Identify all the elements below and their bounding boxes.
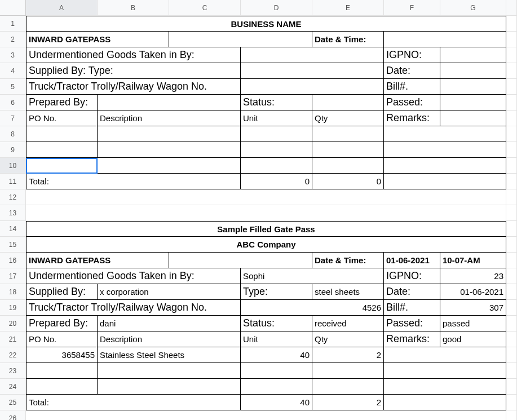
row-header-13[interactable]: 13	[0, 205, 26, 221]
cell-A20[interactable]: Prepared By:	[26, 316, 98, 331]
cell-B22[interactable]: Stainless Steel Sheets	[98, 347, 241, 363]
cell-G4[interactable]	[440, 63, 506, 79]
cell-A17[interactable]: Undermentioned Goods Taken in By:	[26, 268, 241, 284]
cell-A7[interactable]: PO No.	[26, 110, 98, 126]
row-header-17[interactable]: 17	[0, 268, 26, 284]
cell-A12[interactable]	[26, 189, 506, 205]
cell-A24[interactable]	[26, 379, 98, 395]
cell-D8[interactable]	[241, 126, 312, 142]
col-header-G[interactable]: G	[440, 0, 506, 16]
col-header-E[interactable]: E	[312, 0, 384, 16]
cell-A26[interactable]	[26, 410, 506, 420]
cell-D10[interactable]	[241, 158, 312, 174]
cell-D20[interactable]: Status:	[241, 316, 312, 331]
row-header-8[interactable]: 8	[0, 126, 26, 142]
cell-A4[interactable]: Supplied By: Type:	[26, 63, 241, 79]
cell-B21[interactable]: Description	[98, 331, 241, 347]
row-header-22[interactable]: 22	[0, 347, 26, 363]
cell-A13[interactable]	[26, 205, 506, 221]
cell-edge[interactable]	[506, 221, 517, 237]
cell-A21[interactable]: PO No.	[26, 331, 98, 347]
cell-G3[interactable]	[440, 47, 506, 63]
cell-F10[interactable]	[384, 158, 506, 174]
cell-A15[interactable]: ABC Company	[26, 237, 506, 253]
cell-edge[interactable]	[506, 16, 517, 32]
cell-edge[interactable]	[506, 32, 517, 47]
cell-F2[interactable]	[384, 32, 506, 47]
cell-B23[interactable]	[98, 363, 241, 379]
row-header-18[interactable]: 18	[0, 284, 26, 300]
cell-D23[interactable]	[241, 363, 312, 379]
cell-E10[interactable]	[312, 158, 384, 174]
row-header-16[interactable]: 16	[0, 253, 26, 268]
cell-B18[interactable]: x corporation	[98, 284, 241, 300]
cell-E23[interactable]	[312, 363, 384, 379]
row-header-21[interactable]: 21	[0, 331, 26, 347]
cell-D17[interactable]: Sophi	[241, 268, 384, 284]
cell-A19[interactable]: Truck/Tractor Trolly/Railway Wagon No.	[26, 300, 241, 316]
cell-D24[interactable]	[241, 379, 312, 395]
cell-F7[interactable]: Remarks:	[384, 110, 440, 126]
row-header-23[interactable]: 23	[0, 363, 26, 379]
cell-B20[interactable]: dani	[98, 316, 241, 331]
cell-edge[interactable]	[506, 300, 517, 316]
cell-E11[interactable]: 0	[312, 174, 384, 189]
cell-F11[interactable]	[384, 174, 506, 189]
cell-edge[interactable]	[506, 110, 517, 126]
cell-edge[interactable]	[506, 331, 517, 347]
row-header-20[interactable]: 20	[0, 316, 26, 331]
cell-A2[interactable]: INWARD GATEPASS	[26, 32, 169, 47]
cell-B10[interactable]	[98, 158, 241, 174]
cell-G5[interactable]	[440, 79, 506, 95]
cell-A1[interactable]: BUSINESS NAME	[26, 16, 506, 32]
row-header-5[interactable]: 5	[0, 79, 26, 95]
cell-G21[interactable]: good	[440, 331, 506, 347]
cell-B9[interactable]	[98, 142, 241, 158]
cell-G7[interactable]	[440, 110, 506, 126]
cell-edge[interactable]	[506, 47, 517, 63]
cell-F9[interactable]	[384, 142, 506, 158]
cell-edge[interactable]	[506, 189, 517, 205]
row-header-7[interactable]: 7	[0, 110, 26, 126]
cell-E2[interactable]: Date & Time:	[312, 32, 384, 47]
cell-edge[interactable]	[506, 95, 517, 110]
cell-edge[interactable]	[506, 253, 517, 268]
row-header-26[interactable]: 26	[0, 410, 26, 420]
cell-B24[interactable]	[98, 379, 241, 395]
cell-E9[interactable]	[312, 142, 384, 158]
cell-F3[interactable]: IGPNO:	[384, 47, 440, 63]
row-header-6[interactable]: 6	[0, 95, 26, 110]
cell-F23[interactable]	[384, 363, 506, 379]
cell-E8[interactable]	[312, 126, 384, 142]
cell-E18[interactable]: steel sheets	[312, 284, 384, 300]
cell-A22[interactable]: 3658455	[26, 347, 98, 363]
cell-G6[interactable]	[440, 95, 506, 110]
cell-F25[interactable]	[384, 395, 506, 410]
cell-D25[interactable]: 40	[241, 395, 312, 410]
cell-edge[interactable]	[506, 363, 517, 379]
col-header-B[interactable]: B	[98, 0, 169, 16]
cell-D21[interactable]: Unit	[241, 331, 312, 347]
corner-select-all[interactable]	[0, 0, 26, 16]
cell-edge[interactable]	[506, 237, 517, 253]
cell-A14[interactable]: Sample Filled Gate Pass	[26, 221, 506, 237]
cell-E24[interactable]	[312, 379, 384, 395]
cell-G19[interactable]: 307	[440, 300, 506, 316]
col-header-F[interactable]: F	[384, 0, 440, 16]
cell-edge[interactable]	[506, 316, 517, 331]
cell-A18[interactable]: Supplied By:	[26, 284, 98, 300]
cell-A3[interactable]: Undermentioned Goods Taken in By:	[26, 47, 241, 63]
row-header-25[interactable]: 25	[0, 395, 26, 410]
cell-F5[interactable]: Bill#.	[384, 79, 440, 95]
cell-D3[interactable]	[241, 47, 384, 63]
cell-edge[interactable]	[506, 410, 517, 420]
cell-edge[interactable]	[506, 268, 517, 284]
cell-edge[interactable]	[506, 63, 517, 79]
cell-edge[interactable]	[506, 142, 517, 158]
row-header-14[interactable]: 14	[0, 221, 26, 237]
cell-D6[interactable]: Status:	[241, 95, 312, 110]
row-header-19[interactable]: 19	[0, 300, 26, 316]
row-header-1[interactable]: 1	[0, 16, 26, 32]
cell-E21[interactable]: Qty	[312, 331, 384, 347]
row-header-24[interactable]: 24	[0, 379, 26, 395]
